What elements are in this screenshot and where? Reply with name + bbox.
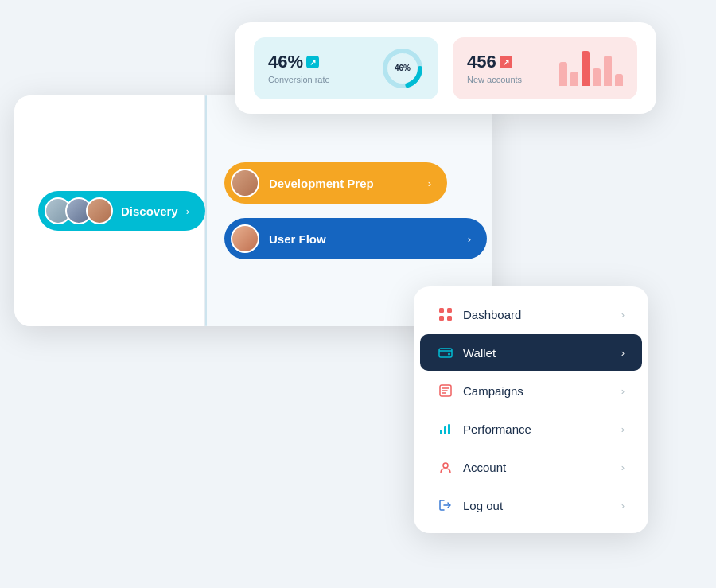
devprep-arrow-icon: › <box>428 177 431 189</box>
menu-item-account[interactable]: Account › <box>420 449 642 485</box>
dashboard-chevron: › <box>621 309 625 321</box>
menu-item-wallet[interactable]: Wallet › <box>420 334 642 371</box>
conversion-stat-box: 46% ↗ Conversion rate 46% <box>254 37 438 99</box>
menu-item-logout[interactable]: Log out › <box>420 487 642 524</box>
svg-rect-2 <box>439 308 444 313</box>
accounts-label: New accounts <box>467 75 522 84</box>
dashboard-label: Dashboard <box>463 308 612 321</box>
svg-rect-5 <box>447 316 452 321</box>
bar-4 <box>593 68 601 86</box>
avatar-3 <box>86 197 113 224</box>
account-chevron: › <box>621 461 625 473</box>
accounts-stat-box: 456 ↗ New accounts <box>453 37 637 99</box>
conversion-donut-chart: 46% <box>381 47 424 90</box>
conversion-label: Conversion rate <box>268 75 330 84</box>
devprep-pill[interactable]: Development Prep › <box>224 162 447 204</box>
conversion-value: 46% ↗ <box>268 52 330 72</box>
performance-chevron: › <box>621 423 625 435</box>
logout-chevron: › <box>621 500 625 512</box>
bar-1 <box>559 62 567 86</box>
account-icon <box>438 459 453 475</box>
menu-card: Dashboard › Wallet › Campaigns › <box>414 286 648 533</box>
dashboard-icon <box>438 306 453 322</box>
svg-rect-9 <box>440 430 442 434</box>
menu-item-dashboard[interactable]: Dashboard › <box>420 296 642 333</box>
campaigns-icon <box>438 383 453 399</box>
devprep-label: Development Prep <box>269 177 422 190</box>
project-sidebar: Discovery › <box>14 95 205 326</box>
logout-icon <box>438 497 453 513</box>
svg-point-7 <box>448 353 450 356</box>
bar-2 <box>570 72 578 86</box>
bar-6 <box>615 74 623 86</box>
performance-icon <box>438 421 453 437</box>
devprep-avatar <box>231 169 259 197</box>
svg-rect-4 <box>439 316 444 321</box>
svg-rect-6 <box>439 349 452 357</box>
menu-item-performance[interactable]: Performance › <box>420 411 642 447</box>
accounts-bar-chart <box>559 51 623 86</box>
discovery-pill[interactable]: Discovery › <box>38 191 205 231</box>
wallet-chevron: › <box>621 347 625 359</box>
userflow-pill[interactable]: User Flow › <box>224 218 487 259</box>
donut-label: 46% <box>381 47 424 90</box>
accounts-value: 456 ↗ <box>467 52 522 72</box>
bar-3 <box>582 51 590 86</box>
svg-rect-3 <box>447 308 452 313</box>
wallet-icon <box>438 345 453 360</box>
campaigns-label: Campaigns <box>463 384 612 398</box>
account-label: Account <box>463 461 612 474</box>
userflow-avatar <box>231 224 259 253</box>
bar-5 <box>604 56 612 86</box>
svg-rect-10 <box>444 426 446 434</box>
accounts-arrow-icon: ↗ <box>500 56 512 68</box>
menu-item-campaigns[interactable]: Campaigns › <box>420 372 642 409</box>
svg-rect-11 <box>448 424 450 434</box>
userflow-arrow-icon: › <box>468 233 471 245</box>
logout-label: Log out <box>463 499 612 512</box>
wallet-label: Wallet <box>463 346 612 360</box>
userflow-label: User Flow <box>269 232 461 246</box>
timeline-line <box>205 95 207 326</box>
conversion-arrow-icon: ↗ <box>306 56 319 68</box>
discovery-arrow-icon: › <box>186 205 189 217</box>
discovery-avatars <box>45 197 113 224</box>
performance-label: Performance <box>463 423 612 436</box>
discovery-label: Discovery <box>121 204 180 218</box>
stats-card: 46% ↗ Conversion rate 46% 456 ↗ New acco… <box>235 22 656 114</box>
svg-point-12 <box>443 463 448 468</box>
campaigns-chevron: › <box>621 385 625 397</box>
